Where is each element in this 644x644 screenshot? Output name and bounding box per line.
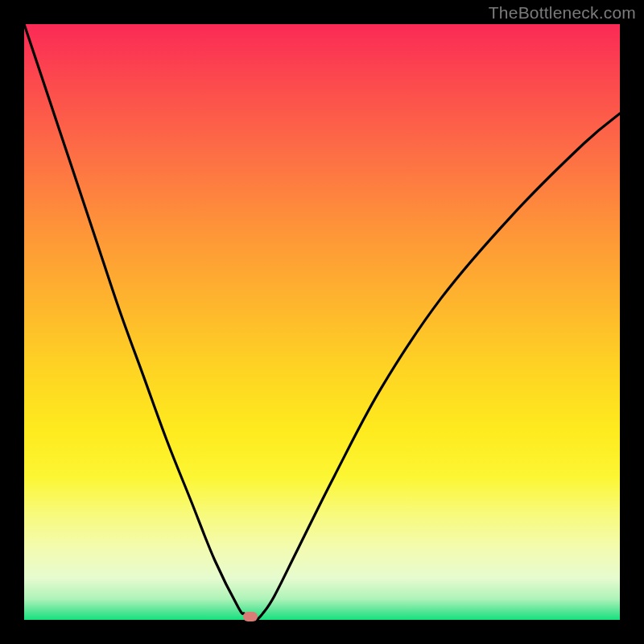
chart-frame: TheBottleneck.com (0, 0, 644, 644)
watermark-text: TheBottleneck.com (489, 3, 636, 23)
curve-svg (24, 24, 620, 620)
optimal-point-marker (243, 612, 258, 621)
bottleneck-curve (24, 24, 620, 620)
